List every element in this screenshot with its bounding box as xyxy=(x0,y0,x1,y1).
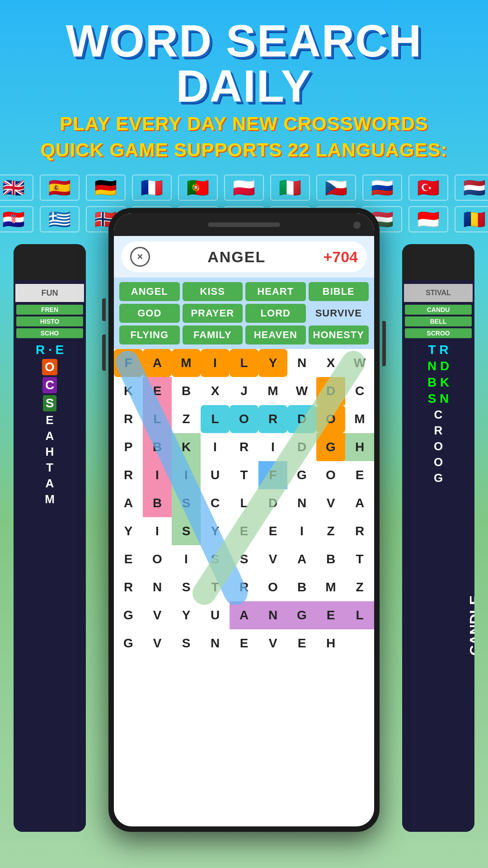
cell-9-8[interactable]: L xyxy=(345,601,374,629)
cell-7-1[interactable]: O xyxy=(143,545,172,573)
cell-1-2[interactable]: B xyxy=(172,377,201,405)
cell-2-5[interactable]: R xyxy=(258,405,287,433)
cell-9-6[interactable]: G xyxy=(287,601,316,629)
flag-nl[interactable]: 🇳🇱 xyxy=(455,175,488,201)
cell-1-1[interactable]: E xyxy=(143,377,172,405)
cell-2-3[interactable]: L xyxy=(201,405,230,433)
cell-9-0[interactable]: G xyxy=(114,601,143,629)
cell-1-0[interactable]: K xyxy=(114,377,143,405)
cell-5-5[interactable]: D xyxy=(258,489,287,517)
cell-3-2[interactable]: K xyxy=(172,433,201,461)
cell-5-8[interactable]: A xyxy=(345,489,374,517)
cell-2-6[interactable]: D xyxy=(287,405,316,433)
cell-3-5[interactable]: I xyxy=(258,433,287,461)
cell-10-3[interactable]: N xyxy=(201,629,230,657)
cell-5-3[interactable]: C xyxy=(201,489,230,517)
cell-10-1[interactable]: V xyxy=(143,629,172,657)
word-chip-flying[interactable]: FLYING xyxy=(119,326,180,344)
cell-0-7[interactable]: X xyxy=(316,349,345,377)
cell-7-8[interactable]: T xyxy=(345,545,374,573)
word-chip-bible[interactable]: BIBLE xyxy=(309,282,369,301)
cell-10-7[interactable]: H xyxy=(316,629,345,657)
cell-1-3[interactable]: X xyxy=(201,377,230,405)
flag-es[interactable]: 🇪🇸 xyxy=(40,175,80,201)
cell-4-4[interactable]: T xyxy=(230,461,258,489)
cell-8-4[interactable]: R xyxy=(230,573,258,601)
cell-3-0[interactable]: P xyxy=(114,433,143,461)
cell-6-4[interactable]: E xyxy=(230,517,258,545)
cell-8-7[interactable]: M xyxy=(316,573,345,601)
cell-3-4[interactable]: R xyxy=(230,433,258,461)
cell-8-1[interactable]: N xyxy=(143,573,172,601)
word-chip-survive[interactable]: SURVIVE xyxy=(309,304,369,323)
flag-uk[interactable]: 🇬🇧 xyxy=(0,175,33,201)
cell-5-4[interactable]: L xyxy=(230,489,258,517)
cell-2-7[interactable]: O xyxy=(316,405,345,433)
flag-it[interactable]: 🇮🇹 xyxy=(270,175,310,201)
cell-10-0[interactable]: G xyxy=(114,629,143,657)
cell-5-7[interactable]: V xyxy=(316,489,345,517)
cell-3-7[interactable]: G xyxy=(316,433,345,461)
cell-6-2[interactable]: S xyxy=(172,517,201,545)
cell-9-3[interactable]: U xyxy=(201,601,230,629)
cell-10-8[interactable] xyxy=(345,629,374,657)
cell-3-6[interactable]: D xyxy=(287,433,316,461)
word-chip-heart[interactable]: HEART xyxy=(245,282,306,301)
word-chip-kiss[interactable]: KISS xyxy=(183,282,243,301)
cell-9-4[interactable]: A xyxy=(230,601,258,629)
cell-6-1[interactable]: I xyxy=(143,517,172,545)
cell-2-2[interactable]: Z xyxy=(172,405,201,433)
word-chip-god[interactable]: GOD xyxy=(119,304,180,323)
cell-7-3[interactable]: S xyxy=(201,545,230,573)
cell-2-0[interactable]: R xyxy=(114,405,143,433)
cell-10-5[interactable]: V xyxy=(258,629,287,657)
cell-3-8[interactable]: H xyxy=(345,433,374,461)
cell-9-1[interactable]: V xyxy=(143,601,172,629)
flag-cz[interactable]: 🇨🇿 xyxy=(316,175,356,201)
cell-4-5[interactable]: F xyxy=(258,461,287,489)
cell-4-3[interactable]: U xyxy=(201,461,230,489)
cell-1-7[interactable]: D xyxy=(316,377,345,405)
cell-1-6[interactable]: W xyxy=(287,377,316,405)
cell-0-5[interactable]: Y xyxy=(258,349,287,377)
cell-6-3[interactable]: Y xyxy=(201,517,230,545)
word-chip-angel[interactable]: ANGEL xyxy=(119,282,180,301)
cell-5-0[interactable]: A xyxy=(114,489,143,517)
close-button[interactable]: × xyxy=(130,247,150,267)
cell-10-6[interactable]: E xyxy=(287,629,316,657)
cell-4-0[interactable]: R xyxy=(114,461,143,489)
cell-6-0[interactable]: Y xyxy=(114,517,143,545)
word-chip-prayer[interactable]: PRAYER xyxy=(183,304,243,323)
flag-ru[interactable]: 🇷🇺 xyxy=(362,175,402,201)
cell-4-2[interactable]: I xyxy=(172,461,201,489)
cell-8-8[interactable]: Z xyxy=(345,573,374,601)
flag-ro[interactable]: 🇷🇴 xyxy=(455,206,488,232)
cell-7-4[interactable]: S xyxy=(230,545,258,573)
cell-2-8[interactable]: M xyxy=(345,405,374,433)
cell-0-4[interactable]: L xyxy=(230,349,258,377)
cell-8-2[interactable]: S xyxy=(172,573,201,601)
cell-9-2[interactable]: Y xyxy=(172,601,201,629)
flag-pt[interactable]: 🇵🇹 xyxy=(178,175,218,201)
word-search-grid[interactable]: F A M I L Y N X W xyxy=(114,349,374,657)
cell-6-5[interactable]: E xyxy=(258,517,287,545)
cell-10-4[interactable]: E xyxy=(230,629,258,657)
cell-8-5[interactable]: O xyxy=(258,573,287,601)
cell-6-7[interactable]: Z xyxy=(316,517,345,545)
cell-4-6[interactable]: G xyxy=(287,461,316,489)
cell-9-5[interactable]: N xyxy=(258,601,287,629)
cell-1-5[interactable]: M xyxy=(258,377,287,405)
cell-7-7[interactable]: B xyxy=(316,545,345,573)
cell-7-2[interactable]: I xyxy=(172,545,201,573)
cell-6-8[interactable]: R xyxy=(345,517,374,545)
flag-fr[interactable]: 🇫🇷 xyxy=(132,175,172,201)
cell-10-2[interactable]: S xyxy=(172,629,201,657)
flag-hr[interactable]: 🇭🇷 xyxy=(0,206,33,232)
cell-2-4[interactable]: O xyxy=(230,405,258,433)
word-chip-lord[interactable]: LORD xyxy=(245,304,306,323)
cell-7-6[interactable]: A xyxy=(287,545,316,573)
grid-area[interactable]: F A M I L Y N X W xyxy=(114,349,374,826)
cell-4-8[interactable]: E xyxy=(345,461,374,489)
cell-8-6[interactable]: B xyxy=(287,573,316,601)
cell-0-8[interactable]: W xyxy=(345,349,374,377)
